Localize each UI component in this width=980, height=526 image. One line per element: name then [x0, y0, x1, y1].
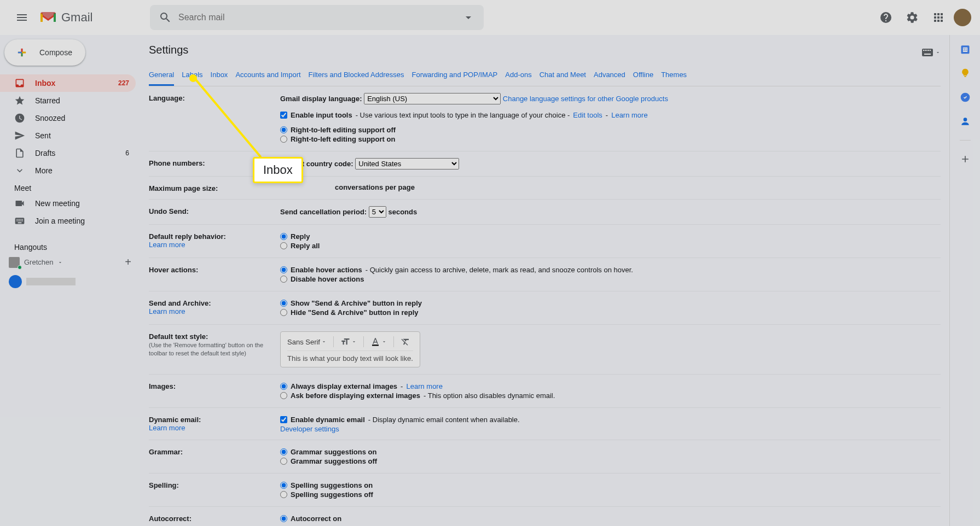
archive-learn-more[interactable]: Learn more	[149, 307, 185, 315]
text-style-toolbar: Sans Serif This is what your body text w…	[280, 331, 420, 367]
always-images-radio[interactable]	[280, 383, 287, 390]
hide-archive-label: Hide "Send & Archive" button in reply	[291, 308, 419, 317]
ask-images-radio[interactable]	[280, 392, 287, 399]
sidebar-item-join-meeting[interactable]: Join a meeting	[0, 212, 136, 230]
drafts-count: 6	[125, 149, 129, 157]
enable-hover-desc: - Quickly gain access to archive, delete…	[366, 266, 633, 274]
developer-settings-link[interactable]: Developer settings	[280, 425, 339, 433]
reply-learn-more[interactable]: Learn more	[149, 241, 185, 249]
font-size-select[interactable]	[340, 337, 357, 347]
enable-hover-label: Enable hover actions	[291, 266, 362, 274]
gmail-logo[interactable]: Gmail	[35, 10, 134, 25]
edit-tools-link[interactable]: Edit tools	[573, 111, 602, 119]
enable-input-tools-desc: - Use various text input tools to type i…	[356, 111, 570, 119]
tab-chat[interactable]: Chat and Meet	[540, 65, 586, 86]
calendar-panel-icon[interactable]: 31	[960, 44, 971, 55]
undo-seconds-select[interactable]: 5	[369, 206, 386, 218]
enable-dynamic-desc: - Display dynamic email content when ava…	[368, 416, 520, 424]
sidebar-item-new-meeting[interactable]: New meeting	[0, 195, 136, 212]
hangouts-section-header: Hangouts	[0, 238, 140, 254]
annotation-callout: Inbox	[253, 157, 303, 183]
search-bar[interactable]	[150, 5, 484, 30]
country-code-select[interactable]: United States	[355, 158, 459, 170]
sidebar-item-starred[interactable]: Starred	[0, 92, 136, 109]
autocorrect-on-radio[interactable]	[280, 515, 287, 522]
sidebar-item-inbox[interactable]: Inbox 227	[0, 74, 136, 92]
input-tool-selector[interactable]	[922, 49, 941, 56]
svg-rect-4	[928, 50, 929, 51]
spelling-on-radio[interactable]	[280, 482, 287, 489]
input-tools-learn-more[interactable]: Learn more	[611, 111, 647, 119]
autocorrect-label: Autocorrect:	[149, 513, 280, 524]
hide-archive-radio[interactable]	[280, 309, 287, 316]
rtl-off-radio[interactable]	[280, 126, 287, 133]
chevron-down-icon	[14, 165, 25, 176]
enable-dynamic-checkbox[interactable]	[280, 416, 287, 423]
sidebar-item-sent[interactable]: Sent	[0, 127, 136, 144]
disable-hover-label: Disable hover actions	[291, 275, 364, 283]
grammar-off-radio[interactable]	[280, 458, 287, 465]
remove-formatting-button[interactable]	[401, 337, 410, 347]
search-input[interactable]	[178, 13, 462, 22]
sidebar-item-drafts[interactable]: Drafts 6	[0, 144, 136, 162]
tab-offline[interactable]: Offline	[633, 65, 653, 86]
dynamic-label: Dynamic email:	[149, 416, 201, 424]
images-label: Images:	[149, 381, 280, 401]
keyboard-small-icon	[922, 49, 933, 56]
grammar-on-label: Grammar suggestions on	[291, 448, 376, 456]
sidebar-item-more[interactable]: More	[0, 162, 136, 179]
chevron-down-icon[interactable]	[57, 260, 63, 265]
tab-inbox[interactable]: Inbox	[211, 65, 228, 86]
disable-hover-radio[interactable]	[280, 276, 287, 283]
hangout-status-row[interactable]	[0, 271, 140, 293]
enable-input-tools-label: Enable input tools	[291, 111, 352, 119]
meet-section-header: Meet	[0, 179, 140, 195]
tab-general[interactable]: General	[149, 65, 174, 86]
tab-themes[interactable]: Themes	[661, 65, 687, 86]
join-meeting-label: Join a meeting	[35, 217, 129, 225]
page-title: Settings	[149, 44, 188, 56]
tab-filters[interactable]: Filters and Blocked Addresses	[309, 65, 404, 86]
more-label: More	[35, 166, 129, 175]
spelling-off-radio[interactable]	[280, 491, 287, 498]
sidebar-item-snoozed[interactable]: Snoozed	[0, 109, 136, 127]
clock-icon	[14, 113, 25, 124]
tab-forwarding[interactable]: Forwarding and POP/IMAP	[411, 65, 497, 86]
reply-radio[interactable]	[280, 233, 287, 240]
font-family-select[interactable]: Sans Serif	[287, 338, 327, 346]
dynamic-learn-more[interactable]: Learn more	[149, 424, 185, 432]
add-panel-icon[interactable]	[960, 154, 971, 165]
account-avatar[interactable]	[954, 9, 971, 26]
tab-accounts[interactable]: Accounts and Import	[235, 65, 300, 86]
search-options-icon[interactable]	[462, 11, 475, 24]
undo-label: Undo Send:	[149, 206, 280, 218]
grammar-on-radio[interactable]	[280, 448, 287, 455]
style-sublabel: (Use the 'Remove formatting' button on t…	[149, 342, 263, 356]
language-select[interactable]: English (US)	[364, 93, 501, 104]
svg-rect-6	[924, 54, 931, 55]
gmail-brand-text: Gmail	[61, 10, 92, 25]
compose-button[interactable]: Compose	[4, 39, 85, 66]
change-language-link[interactable]: Change language settings for other Googl…	[503, 95, 668, 103]
tab-addons[interactable]: Add-ons	[505, 65, 531, 86]
add-hangout-icon[interactable]: +	[125, 256, 131, 268]
pagesize-suffix: conversations per page	[335, 183, 415, 191]
settings-icon[interactable]	[901, 7, 923, 28]
tab-advanced[interactable]: Advanced	[594, 65, 625, 86]
hamburger-menu[interactable]	[9, 4, 35, 31]
rtl-on-radio[interactable]	[280, 136, 287, 143]
support-icon[interactable]	[875, 7, 897, 28]
apps-icon[interactable]	[927, 7, 949, 28]
contacts-panel-icon[interactable]	[960, 116, 971, 127]
enable-input-tools-checkbox[interactable]	[280, 112, 287, 119]
tasks-panel-icon[interactable]	[960, 92, 971, 103]
keep-panel-icon[interactable]	[960, 68, 971, 79]
enable-hover-radio[interactable]	[280, 266, 287, 273]
hangouts-user-row[interactable]: Gretchen +	[0, 254, 140, 271]
show-archive-radio[interactable]	[280, 300, 287, 307]
text-color-select[interactable]	[370, 337, 387, 347]
reply-all-radio[interactable]	[280, 242, 287, 249]
grammar-off-label: Grammar suggestions off	[291, 457, 377, 465]
images-learn-more[interactable]: Learn more	[406, 382, 442, 390]
rtl-off-label: Right-to-left editing support off	[291, 126, 396, 134]
